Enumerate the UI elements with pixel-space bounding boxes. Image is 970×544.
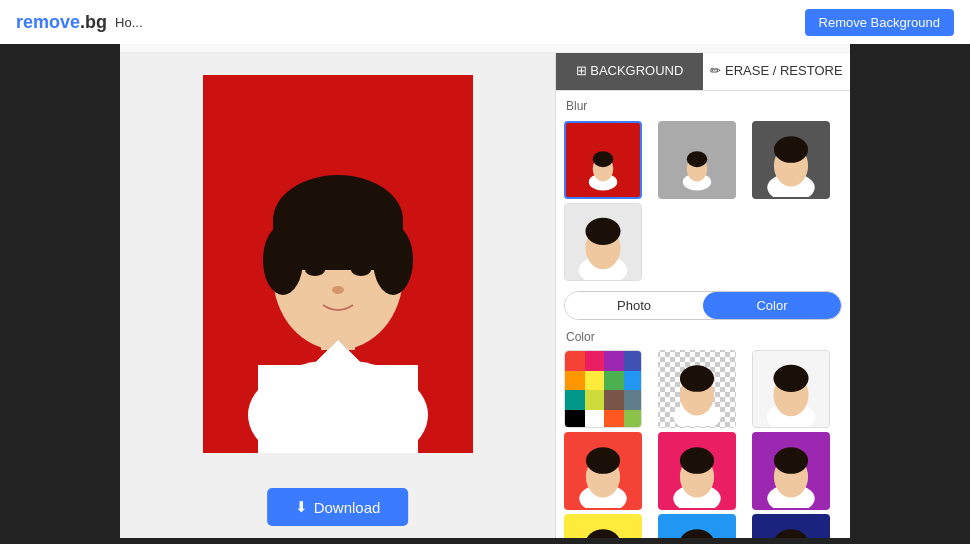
eraser-icon: ✏ xyxy=(710,63,725,78)
blur-thumb-1[interactable] xyxy=(658,121,736,199)
white-bg-img xyxy=(753,351,829,427)
svg-point-23 xyxy=(774,136,808,163)
palette-pink xyxy=(585,351,605,371)
svg-point-42 xyxy=(680,447,714,474)
palette-orange xyxy=(565,371,585,391)
purple-bg-thumb[interactable] xyxy=(752,432,830,510)
photo-frame xyxy=(203,75,473,457)
svg-point-9 xyxy=(305,264,325,276)
download-icon: ⬇ xyxy=(295,498,308,516)
blur-thumb-0[interactable] xyxy=(564,121,642,199)
palette-yellow xyxy=(585,371,605,391)
color-palette-grid xyxy=(565,351,642,428)
blur-label: Blur xyxy=(556,91,850,117)
palette-white xyxy=(585,410,605,429)
red-bg-img xyxy=(566,434,640,508)
main-photo xyxy=(203,75,473,453)
svg-rect-2 xyxy=(258,365,418,453)
color-grid xyxy=(556,346,850,538)
darkblue-bg-thumb[interactable] xyxy=(752,514,830,538)
palette-blue xyxy=(624,371,643,391)
transparent-img xyxy=(660,352,734,426)
tab-background[interactable]: ⊞ BACKGROUND xyxy=(556,53,703,90)
panel-scroll[interactable]: Blur xyxy=(556,91,850,538)
pink-bg-thumb[interactable] xyxy=(658,432,736,510)
palette-indigo xyxy=(624,351,643,371)
svg-rect-8 xyxy=(273,220,403,270)
modal-body: ⬇ Download ⊞ BACKGROUND ✏ ERASE / RESTOR… xyxy=(120,53,850,538)
darkblue-bg-img xyxy=(754,516,828,538)
pink-bg-img xyxy=(660,434,734,508)
blue-bg-thumb[interactable] xyxy=(658,514,736,538)
panel-tabs: ⊞ BACKGROUND ✏ ERASE / RESTORE xyxy=(556,53,850,91)
download-label: Download xyxy=(314,499,381,516)
tab-erase-label: ERASE / RESTORE xyxy=(725,63,843,78)
yellow-bg-img xyxy=(566,516,640,538)
download-button[interactable]: ⬇ Download xyxy=(267,488,409,526)
svg-point-19 xyxy=(687,151,707,167)
yellow-bg-thumb[interactable] xyxy=(564,514,642,538)
photo-color-toggle: Photo Color xyxy=(564,291,842,320)
palette-black xyxy=(565,410,585,429)
blur-grid xyxy=(556,117,850,285)
blur-thumb-0-img xyxy=(581,134,625,197)
blur-thumb-2-img xyxy=(754,123,828,197)
svg-point-15 xyxy=(593,151,613,167)
blur-thumb-1-img xyxy=(675,134,719,197)
white-bg-thumb[interactable] xyxy=(752,350,830,428)
top-bar: remove.bg Ho... Remove Background xyxy=(0,0,970,44)
svg-point-46 xyxy=(774,447,808,474)
blur-thumb-3[interactable] xyxy=(564,203,642,281)
palette-lime xyxy=(585,390,605,410)
color-palette-thumb[interactable] xyxy=(564,350,642,428)
logo-bg: .bg xyxy=(80,12,107,32)
purple-bg-img xyxy=(754,434,828,508)
svg-point-11 xyxy=(332,286,344,294)
palette-green xyxy=(604,371,624,391)
color-label: Color xyxy=(556,326,850,346)
editor-modal: × − 80% + ↩ ↪ xyxy=(120,8,850,538)
nav-item: Ho... xyxy=(115,15,142,30)
palette-light-green xyxy=(624,410,643,429)
svg-point-30 xyxy=(680,365,714,392)
right-panel: ⊞ BACKGROUND ✏ ERASE / RESTORE Blur xyxy=(555,53,850,538)
layers-icon: ⊞ xyxy=(576,63,591,78)
svg-point-38 xyxy=(586,447,620,474)
remove-bg-button[interactable]: Remove Background xyxy=(805,9,954,36)
logo-remove: remove xyxy=(16,12,80,32)
palette-purple xyxy=(604,351,624,371)
svg-point-27 xyxy=(585,218,620,245)
svg-point-10 xyxy=(351,264,371,276)
logo: remove.bg xyxy=(16,12,107,33)
color-toggle-btn[interactable]: Color xyxy=(703,292,841,319)
canvas-area: ⬇ Download xyxy=(120,53,555,538)
blue-bg-img xyxy=(660,516,734,538)
palette-red xyxy=(565,351,585,371)
palette-brown xyxy=(604,390,624,410)
tab-erase-restore[interactable]: ✏ ERASE / RESTORE xyxy=(703,53,850,90)
tab-background-label: BACKGROUND xyxy=(590,63,683,78)
blur-thumb-2[interactable] xyxy=(752,121,830,199)
red-bg-thumb[interactable] xyxy=(564,432,642,510)
photo-toggle-btn[interactable]: Photo xyxy=(565,292,703,319)
svg-point-34 xyxy=(773,365,808,392)
blur-thumb-3-img xyxy=(565,204,641,280)
palette-deep-orange xyxy=(604,410,624,429)
palette-gray xyxy=(624,390,643,410)
palette-teal xyxy=(565,390,585,410)
transparent-thumb[interactable] xyxy=(658,350,736,428)
